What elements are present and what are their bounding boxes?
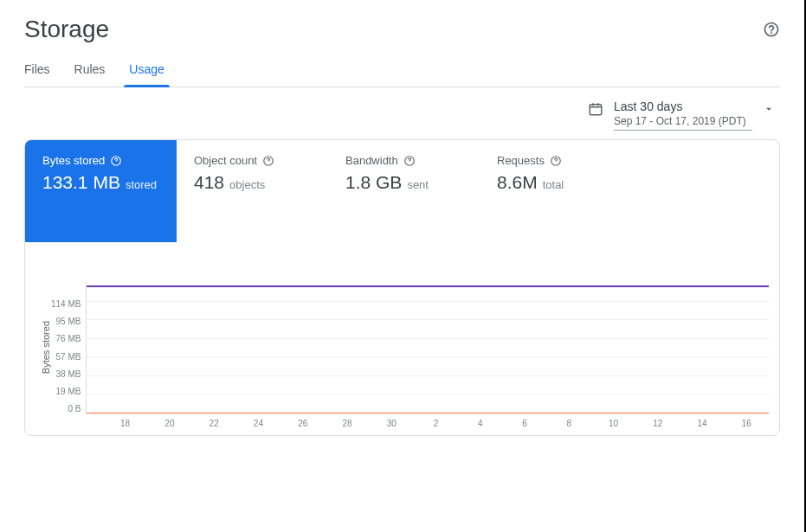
plot-area bbox=[86, 282, 769, 413]
metric-suffix: stored bbox=[126, 178, 157, 191]
page-title: Storage bbox=[24, 16, 109, 43]
tab-files[interactable]: Files bbox=[24, 62, 50, 87]
y-axis-ticks: . 114 MB 95 MB 76 MB 57 MB 38 MB 19 MB 0… bbox=[51, 282, 86, 413]
help-circle-icon[interactable] bbox=[110, 155, 122, 167]
metric-suffix: sent bbox=[407, 178, 429, 191]
tab-rules[interactable]: Rules bbox=[74, 62, 106, 87]
metric-suffix: objects bbox=[229, 178, 265, 191]
series-bytes-stored bbox=[87, 285, 769, 287]
metric-title: Object count bbox=[194, 154, 257, 167]
chart: Bytes stored . 114 MB 95 MB 76 MB 57 MB … bbox=[25, 242, 779, 435]
x-axis-ticks: 18 20 22 24 26 28 30 2 4 6 8 10 12 14 16 bbox=[103, 419, 769, 428]
help-circle-icon[interactable] bbox=[262, 155, 274, 167]
y-axis-title: Bytes stored bbox=[37, 321, 51, 374]
metric-title: Bytes stored bbox=[42, 154, 105, 167]
date-range-label: Last 30 days bbox=[614, 99, 752, 113]
metric-title: Bandwidth bbox=[345, 154, 398, 167]
metric-value: 418 bbox=[194, 172, 224, 193]
svg-rect-0 bbox=[590, 105, 602, 115]
date-range-picker[interactable]: Last 30 days Sep 17 - Oct 17, 2019 (PDT) bbox=[588, 99, 780, 131]
tabs: Files Rules Usage bbox=[24, 62, 780, 87]
help-icon[interactable] bbox=[763, 21, 780, 42]
metric-suffix: total bbox=[543, 178, 564, 191]
calendar-icon bbox=[588, 101, 603, 120]
metric-object-count[interactable]: Object count 418 objects bbox=[177, 140, 328, 242]
tab-usage[interactable]: Usage bbox=[129, 62, 164, 87]
usage-card: Bytes stored 133.1 MB stored Object coun… bbox=[24, 139, 780, 436]
help-circle-icon[interactable] bbox=[403, 155, 416, 167]
help-circle-icon[interactable] bbox=[550, 155, 562, 167]
series-baseline bbox=[87, 413, 769, 413]
metric-bandwidth[interactable]: Bandwidth 1.8 GB sent bbox=[328, 140, 480, 242]
metric-value: 8.6M bbox=[497, 172, 538, 193]
date-range-value: Sep 17 - Oct 17, 2019 (PDT) bbox=[614, 115, 752, 127]
metric-value: 1.8 GB bbox=[345, 172, 402, 193]
metric-title: Requests bbox=[497, 154, 545, 167]
chevron-down-icon bbox=[763, 103, 775, 119]
metric-bytes-stored[interactable]: Bytes stored 133.1 MB stored bbox=[25, 140, 177, 242]
metric-value: 133.1 MB bbox=[42, 172, 120, 193]
metric-requests[interactable]: Requests 8.6M total bbox=[480, 140, 631, 242]
